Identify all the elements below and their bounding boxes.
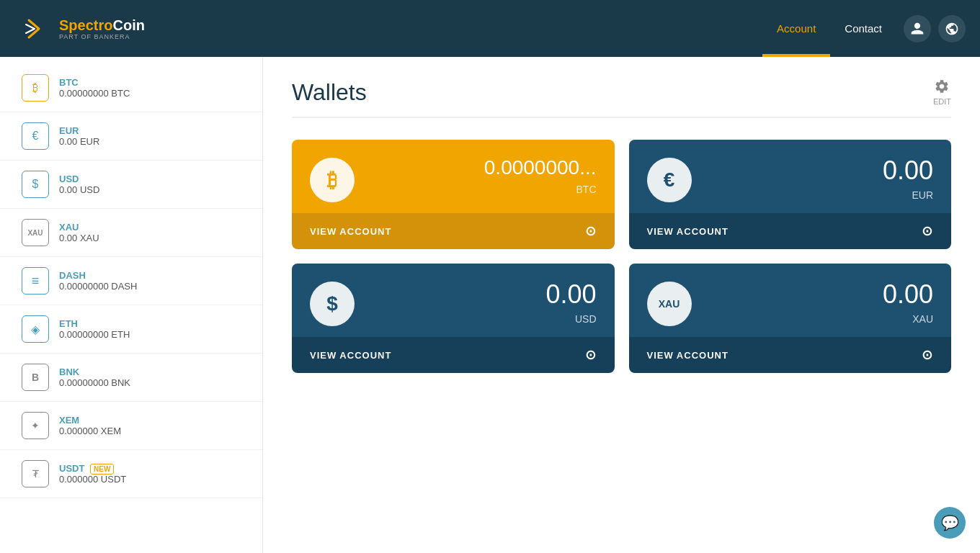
- dash-wallet-icon: ≡: [22, 267, 49, 295]
- dash-balance: 0.00000000 DASH: [59, 281, 137, 292]
- xau-wallet-icon: XAU: [22, 219, 49, 246]
- eth-ticker: ETH: [59, 318, 130, 329]
- usd-ticker: USD: [59, 174, 99, 184]
- sidebar-item-usdt[interactable]: ₮ USDT NEW 0.000000 USDT: [0, 450, 262, 498]
- sidebar-item-xem[interactable]: ✦ XEM 0.000000 XEM: [0, 402, 262, 450]
- sidebar-item-usd[interactable]: $ USD 0.00 USD: [0, 161, 262, 209]
- user-icon: [910, 22, 925, 36]
- globe-icon: [945, 22, 959, 36]
- wallet-card-usd[interactable]: $ 0.00 USD VIEW ACCOUNT ⊙: [292, 264, 615, 373]
- btc-wallet-icon: ₿: [22, 74, 49, 102]
- xau-card-amount: 0.00: [883, 282, 933, 307]
- sidebar-item-bnk[interactable]: B BNK 0.00000000 BNK: [0, 354, 262, 402]
- nav-account[interactable]: Account: [762, 0, 830, 57]
- logo[interactable]: SpectroCoin PART OF BANKERA: [14, 10, 145, 48]
- nav-icons: [904, 15, 966, 42]
- xau-ticker: XAU: [59, 222, 99, 233]
- btc-card-amount: 0.0000000...: [484, 158, 597, 178]
- btc-card-currency: BTC: [576, 184, 597, 195]
- sidebar-item-eur[interactable]: € EUR 0.00 EUR: [0, 112, 262, 161]
- bnk-ticker: BNK: [59, 367, 130, 377]
- wallet-card-xau[interactable]: XAU 0.00 XAU VIEW ACCOUNT ⊙: [629, 264, 952, 373]
- eth-wallet-info: ETH 0.00000000 ETH: [59, 318, 130, 340]
- xau-card-values: 0.00 XAU: [703, 282, 934, 325]
- btc-card-body: ₿ 0.0000000... BTC: [292, 140, 615, 213]
- sidebar-item-xau[interactable]: XAU XAU 0.00 XAU: [0, 209, 262, 257]
- xem-ticker: XEM: [59, 415, 121, 426]
- layout: ₿ BTC 0.00000000 BTC € EUR 0.00 EUR $ US…: [0, 57, 980, 553]
- nav-contact[interactable]: Contact: [830, 0, 896, 57]
- btc-wallet-info: BTC 0.00000000 BTC: [59, 77, 130, 99]
- usd-card-values: 0.00 USD: [365, 282, 597, 325]
- xau-wallet-info: XAU 0.00 XAU: [59, 222, 99, 243]
- xau-view-account-button[interactable]: VIEW ACCOUNT ⊙: [629, 337, 952, 373]
- arrow-right-icon: ⊙: [922, 223, 933, 239]
- usdt-balance: 0.000000 USDT: [59, 474, 126, 485]
- xau-card-body: XAU 0.00 XAU: [629, 264, 952, 337]
- arrow-right-icon: ⊙: [585, 223, 597, 239]
- xau-card-currency: XAU: [912, 313, 933, 325]
- eur-wallet-info: EUR 0.00 EUR: [59, 125, 99, 147]
- bnk-wallet-info: BNK 0.00000000 BNK: [59, 367, 130, 388]
- usdt-ticker: USDT NEW: [59, 463, 126, 474]
- xem-wallet-icon: ✦: [22, 412, 49, 439]
- eur-wallet-icon: €: [22, 122, 49, 150]
- eur-ticker: EUR: [59, 125, 99, 136]
- edit-button[interactable]: EDIT: [933, 78, 951, 106]
- logo-sub: PART OF BANKERA: [59, 33, 145, 40]
- nav: Account Contact: [762, 0, 966, 57]
- wallet-card-eur[interactable]: € 0.00 EUR VIEW ACCOUNT ⊙: [629, 140, 952, 249]
- xem-balance: 0.000000 XEM: [59, 426, 121, 436]
- eur-card-currency: EUR: [912, 189, 933, 201]
- eur-card-values: 0.00 EUR: [703, 158, 934, 201]
- edit-label: EDIT: [933, 97, 951, 106]
- eur-balance: 0.00 EUR: [59, 136, 99, 147]
- main-content: Wallets EDIT ₿ 0.0000000... BTC: [263, 57, 980, 553]
- usd-card-amount: 0.00: [545, 282, 596, 307]
- new-badge: NEW: [90, 464, 114, 475]
- usd-wallet-icon: $: [22, 171, 49, 198]
- xem-wallet-info: XEM 0.000000 XEM: [59, 415, 121, 436]
- logo-icon: [14, 10, 52, 48]
- logo-name: SpectroCoin: [59, 17, 145, 33]
- btc-view-account-button[interactable]: VIEW ACCOUNT ⊙: [292, 213, 615, 249]
- usdt-wallet-info: USDT NEW 0.000000 USDT: [59, 463, 126, 485]
- gear-icon: [934, 78, 950, 94]
- sidebar-item-btc[interactable]: ₿ BTC 0.00000000 BTC: [0, 64, 262, 112]
- user-icon-button[interactable]: [904, 15, 931, 42]
- sidebar-item-eth[interactable]: ◈ ETH 0.00000000 ETH: [0, 305, 262, 354]
- arrow-right-icon: ⊙: [585, 347, 597, 363]
- usd-view-account-button[interactable]: VIEW ACCOUNT ⊙: [292, 337, 615, 373]
- usd-card-icon: $: [310, 282, 355, 326]
- bnk-wallet-icon: B: [22, 364, 49, 391]
- wallet-card-btc[interactable]: ₿ 0.0000000... BTC VIEW ACCOUNT ⊙: [292, 140, 615, 249]
- arrow-right-icon: ⊙: [922, 347, 933, 363]
- usdt-wallet-icon: ₮: [22, 460, 49, 487]
- eth-wallet-icon: ◈: [22, 315, 49, 343]
- eur-card-icon: €: [647, 158, 692, 202]
- usd-balance: 0.00 USD: [59, 184, 99, 195]
- bnk-balance: 0.00000000 BNK: [59, 377, 130, 388]
- language-icon-button[interactable]: [938, 15, 966, 42]
- header: SpectroCoin PART OF BANKERA Account Cont…: [0, 0, 980, 57]
- sidebar-item-dash[interactable]: ≡ DASH 0.00000000 DASH: [0, 257, 262, 305]
- eur-card-body: € 0.00 EUR: [629, 140, 952, 213]
- usd-wallet-info: USD 0.00 USD: [59, 174, 99, 195]
- eth-balance: 0.00000000 ETH: [59, 329, 130, 340]
- sidebar: ₿ BTC 0.00000000 BTC € EUR 0.00 EUR $ US…: [0, 57, 263, 553]
- wallets-header: Wallets EDIT: [292, 78, 951, 118]
- dash-ticker: DASH: [59, 270, 137, 281]
- usd-card-body: $ 0.00 USD: [292, 264, 615, 337]
- chat-icon: 💬: [941, 514, 959, 531]
- usd-card-currency: USD: [575, 313, 597, 325]
- wallets-title: Wallets: [292, 79, 367, 106]
- eur-view-account-button[interactable]: VIEW ACCOUNT ⊙: [629, 213, 952, 249]
- btc-ticker: BTC: [59, 77, 130, 88]
- btc-card-values: 0.0000000... BTC: [365, 158, 597, 195]
- btc-card-icon: ₿: [310, 158, 355, 202]
- btc-balance: 0.00000000 BTC: [59, 88, 130, 99]
- xau-balance: 0.00 XAU: [59, 233, 99, 243]
- chat-button[interactable]: 💬: [934, 507, 966, 539]
- xau-card-icon: XAU: [647, 282, 692, 326]
- dash-wallet-info: DASH 0.00000000 DASH: [59, 270, 137, 292]
